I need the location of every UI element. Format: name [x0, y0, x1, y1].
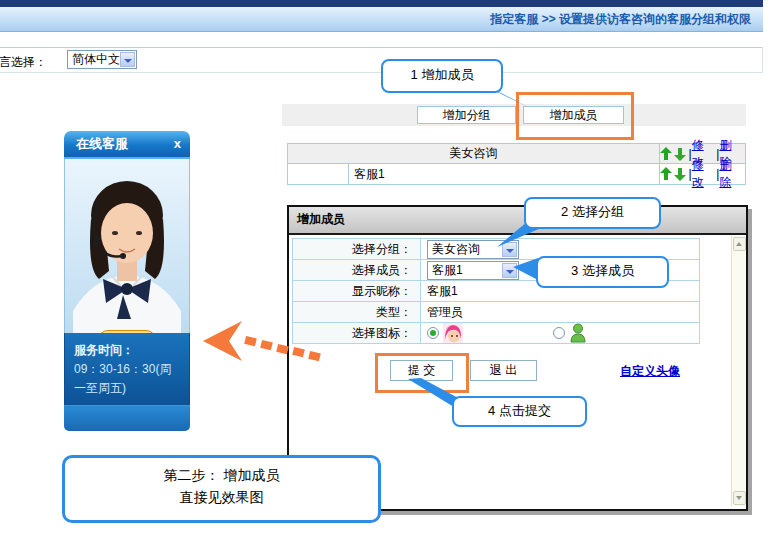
close-icon[interactable]: x: [174, 131, 181, 156]
scrollbar[interactable]: [731, 236, 746, 506]
icon-radio-person[interactable]: [553, 327, 565, 339]
scroll-down-icon[interactable]: [733, 491, 746, 505]
icon-radio-girl[interactable]: [427, 327, 439, 339]
callout-step3: 3 选择成员: [536, 256, 669, 288]
group-name: 美女咨询: [288, 144, 659, 163]
move-up-icon[interactable]: [660, 147, 672, 161]
service-hours-panel: 服务时间： 09：30-16：30(周一至周五): [64, 333, 190, 405]
top-banner: 指定客服 >> 设置提供访客咨询的客服分组和权限: [0, 7, 763, 32]
chat-widget-title: 在线客服: [76, 136, 128, 151]
chevron-down-icon[interactable]: [120, 52, 135, 67]
agent-photo-illustration: [65, 159, 189, 333]
row-indent: [288, 164, 349, 184]
callout-step4: 4 点击提交: [452, 396, 587, 427]
person-avatar-icon: [569, 323, 587, 343]
callout-summary: 第二步： 增加成员 直接见效果图: [62, 455, 381, 523]
field-label: 选择图标：: [293, 323, 421, 343]
chevron-down-icon[interactable]: [502, 263, 517, 278]
chat-widget: 在线客服 x: [64, 131, 190, 431]
member-select-value: 客服1: [432, 263, 463, 277]
custom-avatar-link[interactable]: 自定义头像: [620, 363, 680, 380]
highlight-box-add-member: [516, 92, 634, 140]
member-select[interactable]: 客服1: [427, 261, 519, 280]
language-select[interactable]: 简体中文: [67, 50, 137, 69]
page: 指定客服 >> 设置提供访客咨询的客服分组和权限 语言选择： 简体中文 增加分组…: [0, 0, 771, 534]
breadcrumb: 指定客服 >> 设置提供访客咨询的客服分组和权限: [490, 11, 751, 28]
language-label: 语言选择：: [0, 54, 47, 71]
delete-link[interactable]: 删除: [719, 157, 743, 191]
summary-line2: 直接见效果图: [65, 489, 378, 507]
move-down-icon[interactable]: [674, 147, 686, 161]
service-hours-label: 服务时间：: [74, 341, 180, 360]
service-hours-value: 09：30-16：30(周一至周五): [74, 360, 180, 398]
scroll-up-icon[interactable]: [733, 237, 746, 251]
language-select-value: 简体中文: [72, 52, 120, 66]
move-down-icon[interactable]: [674, 167, 686, 181]
callout-step1: 1 增加成员: [381, 59, 503, 93]
field-label: 选择分组：: [293, 239, 421, 259]
highlight-box-submit: [375, 353, 469, 393]
field-label: 显示昵称：: [293, 281, 421, 301]
chevron-down-icon[interactable]: [502, 242, 517, 257]
group-select[interactable]: 美女咨询: [427, 240, 519, 259]
summary-line1: 第二步： 增加成员: [65, 467, 378, 485]
chat-now-button[interactable]: 点击交谈: [98, 330, 156, 333]
group-row: 美女咨询 | 修改 | 删除: [287, 143, 746, 164]
member-actions: | 修改 | 删除: [659, 164, 745, 184]
dialog-title: 增加成员: [289, 207, 746, 235]
form-row-icon: 选择图标：: [292, 322, 700, 344]
callout-step2: 2 选择分组: [524, 197, 661, 229]
move-up-icon[interactable]: [660, 167, 672, 181]
member-row: 客服1 | 修改 | 删除: [287, 163, 746, 185]
agent-photo: 点击交谈: [64, 159, 190, 333]
group-select-value: 美女咨询: [432, 242, 480, 256]
add-group-button[interactable]: 增加分组: [417, 106, 516, 124]
top-navy-bar: [0, 0, 763, 7]
nickname-value: 客服1: [427, 281, 458, 301]
exit-button[interactable]: 退 出: [470, 360, 537, 381]
field-label: 类型：: [293, 302, 421, 322]
modify-link[interactable]: 修改: [692, 157, 716, 191]
chat-widget-footer: [64, 405, 190, 431]
type-value: 管理员: [427, 302, 463, 322]
field-label: 选择成员：: [293, 260, 421, 280]
chat-widget-header: 在线客服 x: [64, 131, 190, 159]
form-row-type: 类型： 管理员: [292, 301, 700, 323]
girl-avatar-icon: [443, 323, 463, 343]
member-form: 选择分组： 美女咨询 选择成员： 客服1: [289, 239, 697, 344]
member-name: 客服1: [349, 164, 659, 184]
